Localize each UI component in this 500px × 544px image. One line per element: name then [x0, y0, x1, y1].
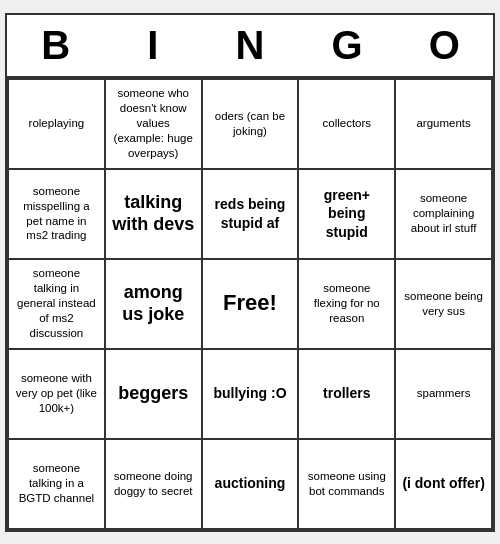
cell-r0-c2: oders (can be joking) — [203, 80, 300, 170]
bingo-grid: roleplayingsomeone who doesn't know valu… — [7, 78, 493, 530]
cell-r1-c4: someone complaining about irl stuff — [396, 170, 493, 260]
cell-r4-c4: (i dont offer) — [396, 440, 493, 530]
cell-r2-c2: Free! — [203, 260, 300, 350]
letter-b: B — [11, 23, 101, 68]
cell-r2-c1: among us joke — [106, 260, 203, 350]
cell-r0-c1: someone who doesn't know values (example… — [106, 80, 203, 170]
cell-r0-c3: collectors — [299, 80, 396, 170]
cell-r0-c4: arguments — [396, 80, 493, 170]
cell-r1-c2: reds being stupid af — [203, 170, 300, 260]
letter-g: G — [302, 23, 392, 68]
cell-r3-c0: someone with very op pet (like 100k+) — [9, 350, 106, 440]
cell-r1-c1: talking with devs — [106, 170, 203, 260]
cell-r4-c0: someone talking in a BGTD channel — [9, 440, 106, 530]
letter-i: I — [108, 23, 198, 68]
cell-r3-c4: spammers — [396, 350, 493, 440]
cell-r1-c3: green+ being stupid — [299, 170, 396, 260]
cell-r2-c0: someone talking in general instead of ms… — [9, 260, 106, 350]
cell-r3-c2: bullying :O — [203, 350, 300, 440]
cell-r2-c4: someone being very sus — [396, 260, 493, 350]
bingo-header: B I N G O — [7, 15, 493, 78]
letter-o: O — [399, 23, 489, 68]
cell-r2-c3: someone flexing for no reason — [299, 260, 396, 350]
cell-r4-c1: someone doing doggy to secret — [106, 440, 203, 530]
letter-n: N — [205, 23, 295, 68]
bingo-card: B I N G O roleplayingsomeone who doesn't… — [5, 13, 495, 532]
cell-r4-c3: someone using bot commands — [299, 440, 396, 530]
cell-r3-c3: trollers — [299, 350, 396, 440]
cell-r4-c2: auctioning — [203, 440, 300, 530]
cell-r0-c0: roleplaying — [9, 80, 106, 170]
cell-r3-c1: beggers — [106, 350, 203, 440]
cell-r1-c0: someone misspelling a pet name in ms2 tr… — [9, 170, 106, 260]
